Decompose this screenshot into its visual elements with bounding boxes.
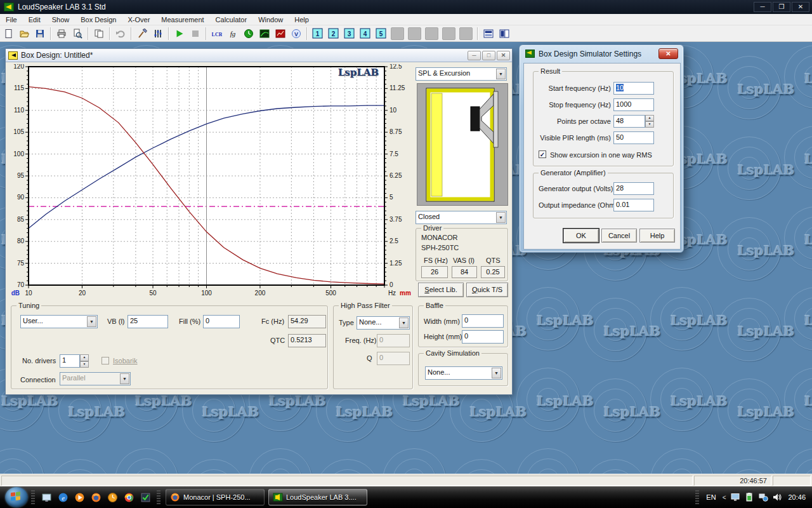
open-file-button[interactable] <box>16 27 31 41</box>
svg-text:90: 90 <box>17 194 25 201</box>
dialog-close-button[interactable]: ✕ <box>658 48 678 59</box>
box-design-title: Box Design: Untitled* <box>21 51 93 60</box>
menu-calculator[interactable]: Calculator <box>210 15 253 25</box>
media-checker-icon[interactable] <box>139 491 152 504</box>
isobarik-checkbox[interactable] <box>102 357 109 364</box>
box-type-combo[interactable]: Closed ▼ <box>416 211 507 224</box>
quick-ts-button[interactable]: Quick T/S <box>466 283 508 297</box>
hpf-type-combo[interactable]: None... ▼ <box>357 316 410 330</box>
chevron-down-icon[interactable]: ▼ <box>496 69 506 79</box>
svg-text:105: 105 <box>13 128 24 135</box>
select-lib-button[interactable]: Select Lib. <box>418 283 464 297</box>
points-per-octave-spinner[interactable]: ▲▼ <box>645 115 654 128</box>
fill-input[interactable]: 0 <box>203 315 240 328</box>
chevron-down-icon[interactable]: ▼ <box>399 318 409 328</box>
baffle-width-input[interactable]: 0 <box>462 314 504 328</box>
help-button[interactable]: Help <box>639 229 675 243</box>
stop-frequency-input[interactable]: 1000 <box>613 98 654 111</box>
menu-file[interactable]: File <box>0 15 23 25</box>
save-button[interactable] <box>32 27 47 41</box>
tray-chevron[interactable]: < <box>723 494 726 501</box>
language-indicator[interactable]: EN <box>706 493 716 501</box>
show-desktop-icon[interactable] <box>40 491 53 504</box>
chevron-down-icon[interactable]: ▼ <box>496 212 506 223</box>
play-button[interactable] <box>172 27 187 41</box>
menu-measurement[interactable]: Measurement <box>155 15 209 25</box>
taskbar-task-1[interactable]: Monacor | SPH-250... <box>166 489 265 505</box>
stop-button[interactable] <box>188 27 202 41</box>
tools-button[interactable] <box>134 27 149 41</box>
green-analyzer-button[interactable] <box>257 27 272 41</box>
child-close-button[interactable]: ✕ <box>497 51 510 60</box>
battery-tray-icon[interactable] <box>743 492 755 502</box>
start-frequency-input[interactable]: 10 <box>613 82 654 95</box>
generator-button[interactable]: fg <box>225 27 240 41</box>
mixer-button[interactable] <box>150 27 165 41</box>
menu-show[interactable]: Show <box>46 15 75 25</box>
print-preview-button[interactable] <box>70 27 84 41</box>
generator-output-input[interactable]: 28 <box>613 182 654 195</box>
firefox-icon[interactable] <box>89 491 102 504</box>
cancel-button[interactable]: Cancel <box>601 229 637 243</box>
spin-down-icon: ▼ <box>645 121 654 128</box>
minimize-button[interactable]: ─ <box>754 2 771 12</box>
meter-button[interactable] <box>241 27 256 41</box>
output-impedance-input[interactable]: 0.01 <box>613 199 654 211</box>
network-tray-icon[interactable] <box>757 492 769 502</box>
menu-edit[interactable]: Edit <box>23 15 46 25</box>
right-axis-unit: mm <box>400 290 411 297</box>
lcr-meter-button[interactable]: LCR <box>209 27 224 41</box>
new-file-button[interactable] <box>1 27 15 41</box>
display-tray-icon[interactable] <box>730 492 741 502</box>
tuning-mode-combo[interactable]: User... ▼ <box>20 315 98 328</box>
tile-vertical-button[interactable] <box>497 27 511 41</box>
copy-button[interactable] <box>91 27 106 41</box>
overlay-1-button[interactable]: 1 <box>310 27 325 41</box>
show-excursion-checkbox[interactable]: ✓ <box>539 150 546 158</box>
chevron-down-icon[interactable]: ▼ <box>87 316 96 327</box>
menu-x-over[interactable]: X-Over <box>122 15 156 25</box>
tile-horizontal-button[interactable] <box>481 27 495 41</box>
v-meter-button[interactable]: V <box>289 27 303 41</box>
child-minimize-button[interactable]: ─ <box>468 51 481 60</box>
box-design-titlebar[interactable]: Box Design: Untitled* ─ □ ✕ <box>6 49 512 62</box>
baffle-height-input[interactable]: 0 <box>462 330 504 344</box>
select-lib-label: elect Lib. <box>429 286 457 293</box>
red-analyzer-button[interactable] <box>273 27 287 41</box>
chevron-down-icon[interactable]: ▼ <box>492 368 501 378</box>
visible-pir-length-input[interactable]: 50 <box>613 131 654 144</box>
overlay-5-button[interactable]: 5 <box>374 27 388 41</box>
v-badge-icon: V <box>291 29 301 39</box>
cavity-combo[interactable]: None... ▼ <box>425 366 502 380</box>
volume-tray-icon[interactable] <box>771 492 783 502</box>
quicklaunch-grip[interactable] <box>31 490 35 504</box>
undo-button[interactable] <box>113 27 128 41</box>
qts-label: QTS <box>486 257 501 264</box>
taskbar-task-2[interactable]: LoudSpeaker LAB 3.... <box>268 489 367 505</box>
start-button[interactable] <box>5 487 28 507</box>
no-drivers-input[interactable]: 1 <box>60 354 80 368</box>
chrome-icon[interactable] <box>122 491 135 504</box>
media-player-icon[interactable] <box>73 491 86 504</box>
tray-grip[interactable] <box>695 490 699 504</box>
points-per-octave-input[interactable]: 48 <box>613 115 645 128</box>
print-button[interactable] <box>54 27 69 41</box>
close-button[interactable]: ✕ <box>792 2 809 12</box>
taskband-grip[interactable] <box>157 490 160 504</box>
watermark-ring <box>0 448 44 474</box>
child-maximize-button[interactable]: □ <box>482 51 495 60</box>
view-selector-combo[interactable]: SPL & Excursion ▼ <box>416 67 507 81</box>
clock-app-icon[interactable] <box>106 491 119 504</box>
restore-button[interactable]: ❐ <box>773 2 790 12</box>
vb-input[interactable]: 25 <box>128 315 168 328</box>
menu-window[interactable]: Window <box>252 15 289 25</box>
menu-help[interactable]: Help <box>289 15 315 25</box>
overlay-4-button[interactable]: 4 <box>358 27 372 41</box>
overlay-2-button[interactable]: 2 <box>326 27 341 41</box>
overlay-3-button[interactable]: 3 <box>342 27 357 41</box>
svg-text:85: 85 <box>17 216 25 223</box>
internet-explorer-icon[interactable]: e <box>56 491 69 504</box>
ok-button[interactable]: OK <box>563 229 599 243</box>
menu-box-design[interactable]: Box Design <box>75 15 122 25</box>
no-drivers-spinner[interactable]: ▲▼ <box>80 354 89 368</box>
